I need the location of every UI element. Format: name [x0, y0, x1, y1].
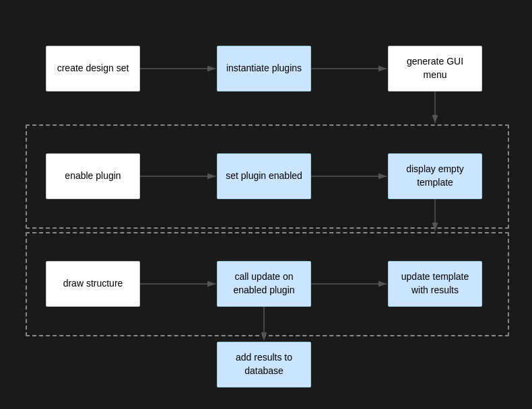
- enable-plugin-node: enable plugin: [46, 153, 140, 199]
- display-empty-template-node: display empty template: [388, 153, 482, 199]
- generate-gui-menu-node: generate GUI menu: [388, 46, 482, 91]
- draw-structure-node: draw structure: [46, 261, 140, 307]
- instantiate-plugins-node: instantiate plugins: [217, 46, 311, 91]
- diagram-area: create design set instantiate plugins ge…: [0, 0, 532, 409]
- create-design-set-node: create design set: [46, 46, 140, 91]
- add-results-node: add results to database: [217, 342, 311, 387]
- set-plugin-enabled-node: set plugin enabled: [217, 153, 311, 199]
- call-update-node: call update on enabled plugin: [217, 261, 311, 307]
- update-template-node: update template with results: [388, 261, 482, 307]
